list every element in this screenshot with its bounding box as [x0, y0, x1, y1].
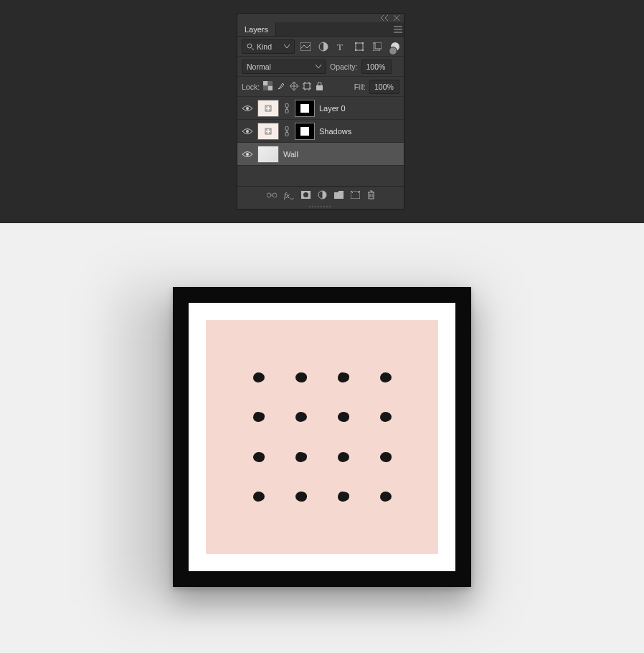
mask-link-icon[interactable] — [283, 126, 290, 136]
svg-rect-10 — [375, 42, 382, 49]
frame-mat — [189, 303, 455, 571]
tab-layers[interactable]: Layers — [237, 22, 276, 36]
svg-rect-4 — [356, 43, 363, 50]
svg-rect-14 — [263, 86, 268, 91]
lock-artboard-icon[interactable] — [303, 82, 311, 92]
svg-point-19 — [266, 106, 267, 107]
svg-rect-16 — [316, 85, 323, 90]
lock-row: Lock: Fill: 100% — [237, 77, 404, 97]
svg-point-7 — [355, 49, 356, 50]
layer-name-label[interactable]: Layer 0 — [319, 104, 399, 113]
layer-name-label[interactable]: Shadows — [319, 127, 399, 136]
svg-point-29 — [266, 132, 267, 133]
opacity-label: Opacity: — [330, 62, 358, 71]
filter-kind-dropdown[interactable]: Kind — [242, 39, 295, 54]
new-adjustment-layer-icon[interactable] — [318, 190, 327, 201]
opacity-field[interactable]: 100% — [361, 60, 392, 74]
svg-rect-11 — [263, 81, 268, 86]
svg-point-5 — [355, 42, 356, 44]
lock-transparency-icon[interactable] — [263, 81, 273, 92]
blend-mode-value: Normal — [247, 62, 271, 71]
new-group-icon[interactable] — [334, 191, 344, 200]
filter-type-icon[interactable]: T — [334, 39, 349, 54]
panel-footer: fx — [237, 186, 404, 205]
svg-point-25 — [246, 130, 249, 133]
lock-position-icon[interactable] — [290, 82, 298, 92]
visibility-icon[interactable] — [242, 126, 253, 137]
layer-thumbnail[interactable] — [257, 146, 279, 163]
svg-point-17 — [246, 107, 249, 110]
panel-collapse-row — [237, 14, 404, 22]
svg-point-30 — [269, 132, 270, 133]
panel-menu-icon[interactable] — [392, 22, 404, 36]
artwork-dots — [237, 357, 407, 517]
layer-mask-thumbnail[interactable] — [295, 123, 315, 140]
picture-frame — [173, 287, 471, 587]
filter-shape-icon[interactable] — [352, 39, 366, 54]
fill-value: 100% — [374, 83, 394, 91]
delete-layer-icon[interactable] — [367, 190, 375, 201]
svg-point-20 — [269, 106, 270, 107]
svg-rect-13 — [268, 81, 273, 86]
layer-row[interactable]: Shadows — [237, 120, 404, 143]
panel-collapse-icon[interactable] — [381, 14, 389, 22]
lock-paint-icon[interactable] — [277, 82, 285, 92]
blend-mode-dropdown[interactable]: Normal — [242, 60, 326, 74]
mask-link-icon[interactable] — [283, 103, 290, 113]
svg-point-38 — [303, 192, 308, 197]
svg-point-8 — [362, 49, 364, 50]
filter-kind-label: Kind — [257, 42, 272, 51]
panel-close-icon[interactable] — [394, 14, 399, 22]
add-mask-icon[interactable] — [301, 191, 311, 200]
svg-point-33 — [246, 153, 249, 156]
filter-adjustment-icon[interactable] — [316, 39, 331, 54]
artwork — [206, 320, 438, 554]
new-layer-icon[interactable] — [351, 191, 360, 200]
filter-toggle-switch[interactable] — [391, 42, 399, 51]
panel-resize-grip[interactable] — [237, 205, 404, 209]
filter-row: Kind T — [237, 37, 404, 57]
svg-point-22 — [269, 109, 270, 110]
svg-rect-15 — [304, 83, 310, 89]
chevron-down-icon — [284, 44, 290, 49]
chevron-down-icon — [316, 65, 321, 69]
svg-point-27 — [266, 129, 267, 130]
layer-thumbnail[interactable] — [257, 100, 279, 117]
lock-all-icon[interactable] — [316, 82, 323, 92]
svg-point-0 — [247, 44, 252, 48]
canvas-preview — [0, 223, 644, 653]
visibility-icon[interactable] — [242, 149, 253, 160]
layers-panel: Layers Kind T — [237, 13, 404, 210]
svg-point-28 — [269, 129, 270, 130]
visibility-icon[interactable] — [242, 103, 253, 114]
layer-row[interactable]: Layer 0 — [237, 97, 404, 120]
lock-buttons — [263, 81, 323, 92]
search-icon — [247, 43, 254, 50]
panel-tabs: Layers — [237, 22, 404, 37]
layer-name-label[interactable]: Wall — [283, 150, 399, 159]
link-layers-icon[interactable] — [267, 192, 277, 200]
layer-mask-thumbnail[interactable] — [295, 100, 315, 117]
svg-rect-18 — [265, 105, 271, 111]
blend-row: Normal Opacity: 100% — [237, 57, 404, 77]
svg-point-6 — [362, 42, 364, 44]
svg-rect-12 — [268, 86, 273, 91]
lock-label: Lock: — [242, 83, 260, 91]
svg-text:T: T — [337, 42, 343, 51]
layer-style-icon[interactable]: fx — [284, 191, 294, 201]
layer-row[interactable]: Wall — [237, 143, 404, 166]
opacity-value: 100% — [366, 62, 386, 71]
app-background-dark: Layers Kind T — [0, 0, 644, 223]
fill-field[interactable]: 100% — [369, 80, 399, 94]
layer-thumbnail[interactable] — [257, 123, 279, 140]
layer-list: Layer 0 Shadows Wall — [237, 97, 404, 186]
svg-point-21 — [266, 109, 267, 110]
filter-pixel-icon[interactable] — [298, 39, 313, 54]
fill-label: Fill: — [354, 83, 366, 91]
svg-text:fx: fx — [284, 191, 290, 199]
filter-smartobject-icon[interactable] — [370, 39, 384, 54]
svg-rect-26 — [265, 128, 271, 134]
